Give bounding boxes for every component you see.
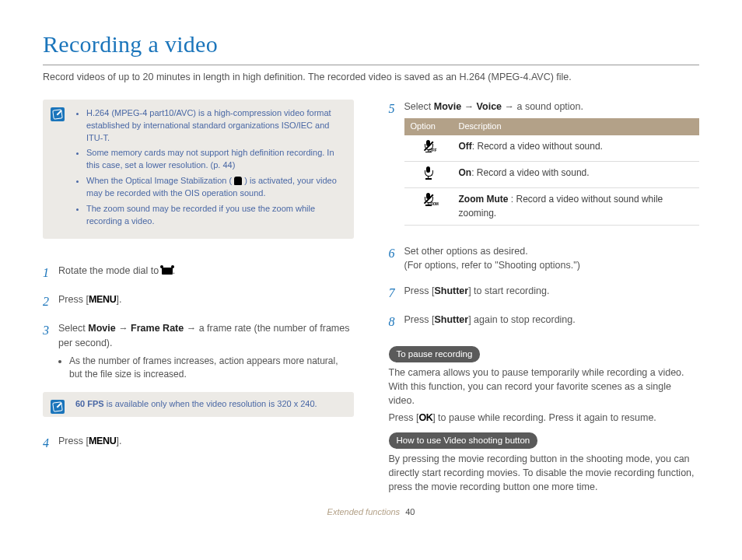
content-columns: H.264 (MPEG-4 part10/AVC) is a high-comp… — [43, 100, 699, 497]
menu-key: MENU — [89, 294, 117, 305]
howto-text: By pressing the movie recording button i… — [389, 452, 700, 494]
shutter-key: Shutter — [434, 314, 468, 325]
step-5: 5 Select Movie → Voice → a sound option.… — [389, 100, 700, 234]
step-body: Rotate the mode dial to . — [58, 264, 354, 282]
footer-page-number: 40 — [405, 507, 415, 516]
step-body: Press [Shutter] again to stop recording. — [404, 313, 700, 331]
manual-page: Recording a video Record videos of up to… — [0, 0, 742, 519]
info-item: Some memory cards may not support high d… — [86, 147, 343, 172]
step-number: 1 — [43, 264, 58, 282]
voice-label: Voice — [477, 101, 502, 112]
page-footer: Extended functions 40 — [43, 506, 699, 519]
table-row: Off: Record a video without sound. — [404, 135, 700, 162]
col-option: Option — [404, 118, 453, 135]
step-6: 6 Set other options as desired. (For opt… — [389, 244, 700, 272]
fps-label: 60 FPS — [75, 399, 104, 408]
option-desc: Off: Record a video without sound. — [453, 135, 700, 162]
step-note-list: As the number of frames increases, actio… — [58, 355, 354, 382]
frame-rate-label: Frame Rate — [131, 323, 184, 334]
table-row: On: Record a video with sound. — [404, 162, 700, 188]
step-number: 5 — [389, 100, 404, 234]
step-1: 1 Rotate the mode dial to . — [43, 264, 354, 282]
page-title: Recording a video — [43, 27, 699, 61]
option-desc: Zoom Mute : Record a video without sound… — [453, 188, 700, 226]
col-desc: Description — [453, 118, 700, 135]
step-body: Select Movie → Frame Rate → a frame rate… — [58, 321, 354, 381]
step-body: Select Movie → Voice → a sound option. O… — [404, 100, 700, 234]
voice-options-table: Option Description Off: Record a video w… — [404, 118, 700, 226]
step-3: 3 Select Movie → Frame Rate → a frame ra… — [43, 321, 354, 381]
step-number: 3 — [43, 321, 58, 381]
info-box: H.264 (MPEG-4 part10/AVC) is a high-comp… — [43, 100, 354, 239]
option-icon-cell — [404, 188, 453, 226]
step-7: 7 Press [Shutter] to start recording. — [389, 284, 700, 302]
intro-text: Record videos of up to 20 minutes in len… — [43, 70, 699, 84]
footer-section: Extended functions — [327, 507, 401, 516]
left-column: H.264 (MPEG-4 part10/AVC) is a high-comp… — [43, 100, 354, 497]
step-body: Press [MENU]. — [58, 292, 354, 310]
video-mode-icon — [162, 268, 173, 275]
movie-label: Movie — [88, 323, 115, 334]
option-icon-cell — [404, 162, 453, 188]
menu-key: MENU — [89, 436, 117, 446]
info-item: When the Optical Image Stabilization ( )… — [86, 175, 343, 200]
step-8: 8 Press [Shutter] again to stop recordin… — [389, 313, 700, 331]
step-2: 2 Press [MENU]. — [43, 292, 354, 310]
mic-on-icon — [423, 166, 434, 179]
mic-off-icon — [423, 140, 434, 152]
step-number: 4 — [43, 434, 58, 452]
option-desc: On: Record a video with sound. — [453, 162, 700, 188]
step-body: Press [MENU]. — [58, 434, 354, 452]
step-number: 2 — [43, 292, 58, 310]
info-item: The zoom sound may be recorded if you us… — [86, 203, 343, 228]
option-icon-cell — [404, 135, 453, 162]
step-body: Press [Shutter] to start recording. — [404, 284, 700, 302]
ois-hand-icon — [234, 177, 242, 185]
right-column: 5 Select Movie → Voice → a sound option.… — [389, 100, 700, 497]
ok-key: OK — [418, 412, 432, 423]
fps-note-box: 60 FPS is available only when the video … — [43, 392, 354, 417]
table-row: Zoom Mute : Record a video without sound… — [404, 188, 700, 226]
title-rule — [43, 65, 699, 65]
step-number: 6 — [389, 244, 404, 272]
step-note: As the number of frames increases, actio… — [69, 355, 354, 382]
step-number: 8 — [389, 313, 404, 331]
note-icon — [51, 400, 65, 414]
note-icon — [51, 107, 65, 121]
table-header-row: Option Description — [404, 118, 700, 135]
mic-zoom-mute-icon — [423, 193, 434, 205]
movie-label: Movie — [434, 101, 461, 112]
howto-heading: How to use Video shooting button — [389, 432, 538, 449]
pause-text-2: Press [OK] to pause while recording. Pre… — [389, 411, 700, 425]
step-number: 7 — [389, 284, 404, 302]
pause-text: The camera allows you to pause temporari… — [389, 366, 700, 408]
step-body: Set other options as desired. (For optio… — [404, 244, 700, 272]
info-item: H.264 (MPEG-4 part10/AVC) is a high-comp… — [86, 107, 343, 145]
info-list: H.264 (MPEG-4 part10/AVC) is a high-comp… — [75, 107, 343, 228]
shutter-key: Shutter — [434, 285, 468, 296]
pause-heading: To pause recording — [389, 346, 481, 362]
step-4: 4 Press [MENU]. — [43, 434, 354, 452]
